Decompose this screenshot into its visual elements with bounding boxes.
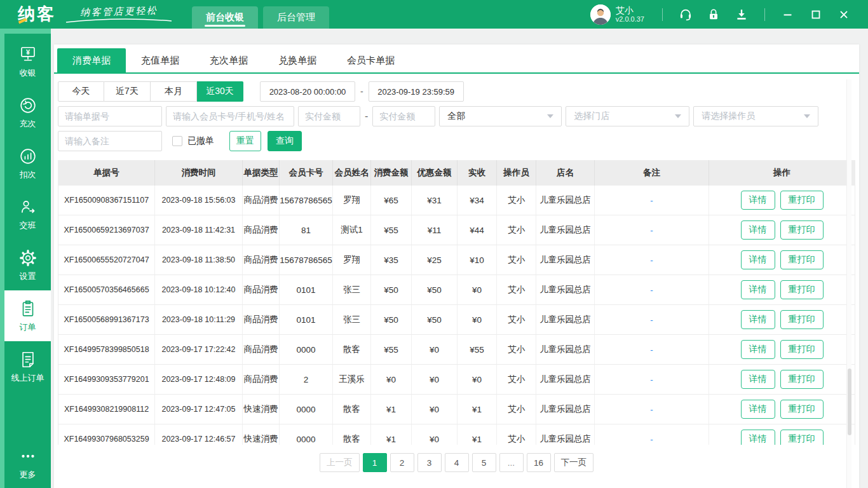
reprint-button[interactable]: 重打印 bbox=[780, 250, 824, 269]
quick-range-last-7-days[interactable]: 近7天 bbox=[104, 81, 151, 102]
cancelled-checkbox[interactable] bbox=[172, 136, 182, 146]
detail-button[interactable]: 详情 bbox=[741, 280, 775, 299]
sidebar-item-cashier[interactable]: ¥收银 bbox=[4, 36, 51, 87]
store-select[interactable]: 选择门店 bbox=[566, 106, 689, 126]
detail-button[interactable]: 详情 bbox=[741, 191, 775, 210]
reprint-button[interactable]: 重打印 bbox=[780, 191, 824, 210]
tab-recharge-times-orders[interactable]: 充次单据 bbox=[194, 48, 263, 72]
page-button-1[interactable]: 1 bbox=[363, 453, 387, 472]
cell-type: 商品消费 bbox=[243, 365, 280, 394]
page-button-16[interactable]: 16 bbox=[527, 453, 551, 472]
reprint-button[interactable]: 重打印 bbox=[780, 340, 824, 359]
paid-max-input[interactable] bbox=[372, 106, 435, 126]
search-button[interactable]: 查询 bbox=[268, 131, 302, 151]
tab-consume-orders[interactable]: 消费单据 bbox=[57, 48, 126, 72]
order-type-select[interactable]: 全部 bbox=[439, 106, 562, 126]
sidebar-item-online-orders[interactable]: 线上订单 bbox=[4, 341, 51, 392]
cell-card-no: 0000 bbox=[280, 335, 333, 364]
page-button-4[interactable]: 4 bbox=[445, 453, 469, 472]
reprint-button[interactable]: 重打印 bbox=[780, 430, 824, 445]
cell-type: 商品消费 bbox=[243, 335, 280, 364]
reprint-button[interactable]: 重打印 bbox=[780, 280, 824, 299]
cell-remark: - bbox=[595, 275, 709, 304]
order-no-input[interactable] bbox=[58, 106, 162, 126]
sidebar-item-settings[interactable]: 设置 bbox=[4, 240, 51, 290]
avatar bbox=[590, 4, 611, 25]
lock-icon[interactable] bbox=[707, 8, 721, 22]
sidebar-item-label: 交班 bbox=[20, 220, 36, 231]
maximize-button[interactable] bbox=[809, 8, 823, 22]
cell-time: 2023-09-18 15:56:03 bbox=[155, 186, 243, 215]
cell-card-no: 81 bbox=[280, 215, 333, 245]
page-ellipsis[interactable]: ... bbox=[499, 453, 524, 472]
paid-min-input[interactable] bbox=[298, 106, 360, 126]
sidebar-item-recharge-times[interactable]: 充次 bbox=[4, 87, 51, 138]
cell-order-no: XF16499578399850518 bbox=[58, 335, 155, 364]
cell-remark: - bbox=[595, 365, 709, 394]
cell-order-no: XF16500568991367173 bbox=[58, 305, 155, 334]
page-button-2[interactable]: 2 bbox=[390, 453, 414, 472]
prev-page-button[interactable]: 上一页 bbox=[320, 453, 360, 472]
date-range-separator: - bbox=[360, 86, 363, 97]
cell-store: 儿童乐园总店 bbox=[536, 215, 595, 245]
next-page-button[interactable]: 下一页 bbox=[554, 453, 594, 472]
cell-remark: - bbox=[595, 305, 709, 334]
detail-button[interactable]: 详情 bbox=[741, 310, 775, 329]
reset-button[interactable]: 重置 bbox=[229, 131, 261, 151]
nav-tab-backend-admin[interactable]: 后台管理 bbox=[263, 6, 329, 29]
cell-store: 儿童乐园总店 bbox=[536, 275, 595, 304]
table-row: XF164993079680532592023-09-17 12:46:57快速… bbox=[58, 424, 855, 445]
cell-time: 2023-09-18 11:42:31 bbox=[155, 215, 243, 245]
tab-exchange-orders[interactable]: 兑换单据 bbox=[263, 48, 332, 72]
tab-member-card-orders[interactable]: 会员卡单据 bbox=[332, 48, 410, 72]
page-button-5[interactable]: 5 bbox=[472, 453, 496, 472]
column-header: 消费时间 bbox=[155, 160, 243, 186]
nav-tab-front-cashier[interactable]: 前台收银 bbox=[192, 6, 258, 29]
sidebar-item-more[interactable]: 更多 bbox=[4, 444, 51, 483]
quick-range-this-month[interactable]: 本月 bbox=[151, 81, 197, 102]
close-button[interactable] bbox=[837, 8, 851, 22]
date-from-input[interactable] bbox=[260, 81, 355, 102]
page-button-3[interactable]: 3 bbox=[417, 453, 442, 472]
cell-member-name: 测试1 bbox=[333, 215, 371, 245]
minimize-button[interactable] bbox=[781, 8, 795, 22]
scrollbar-thumb[interactable] bbox=[848, 369, 851, 435]
cell-type: 快速消费 bbox=[243, 424, 280, 445]
more-icon bbox=[18, 447, 37, 466]
cell-time: 2023-09-17 17:22:42 bbox=[155, 335, 243, 364]
detail-button[interactable]: 详情 bbox=[741, 430, 775, 445]
cell-remark: - bbox=[595, 424, 709, 445]
cell-amount: ¥1 bbox=[371, 424, 412, 445]
cell-operator: 艾小 bbox=[497, 395, 536, 424]
reprint-button[interactable]: 重打印 bbox=[780, 370, 824, 389]
cell-time: 2023-09-18 11:38:50 bbox=[155, 245, 243, 274]
tab-recharge-orders[interactable]: 充值单据 bbox=[126, 48, 194, 72]
reprint-button[interactable]: 重打印 bbox=[780, 400, 824, 419]
user-block[interactable]: 艾小 v2.0.0.37 bbox=[590, 4, 644, 25]
quick-range-today[interactable]: 今天 bbox=[58, 81, 104, 102]
sidebar-item-orders[interactable]: 订单 bbox=[4, 290, 51, 341]
cell-store: 儿童乐园总店 bbox=[536, 395, 595, 424]
sidebar-item-shift-handover[interactable]: 交班 bbox=[4, 189, 51, 240]
detail-button[interactable]: 详情 bbox=[741, 220, 775, 240]
cell-amount: ¥65 bbox=[371, 186, 412, 215]
operator-select[interactable]: 请选择操作员 bbox=[693, 106, 818, 126]
detail-button[interactable]: 详情 bbox=[741, 400, 775, 419]
sidebar-item-deduct-times[interactable]: 扣次 bbox=[4, 138, 51, 189]
cell-actions: 详情重打印 bbox=[709, 245, 855, 274]
detail-button[interactable]: 详情 bbox=[741, 340, 775, 359]
remark-input[interactable] bbox=[58, 131, 162, 151]
cell-operator: 艾小 bbox=[497, 215, 536, 245]
download-icon[interactable] bbox=[735, 8, 749, 22]
cell-actions: 详情重打印 bbox=[709, 305, 855, 334]
customer-service-icon[interactable] bbox=[679, 8, 693, 22]
reprint-button[interactable]: 重打印 bbox=[780, 220, 824, 240]
detail-button[interactable]: 详情 bbox=[741, 250, 775, 269]
detail-button[interactable]: 详情 bbox=[741, 370, 775, 389]
quick-range-last-30-days[interactable]: 近30天 bbox=[197, 81, 243, 102]
reprint-button[interactable]: 重打印 bbox=[780, 310, 824, 329]
column-header: 会员卡号 bbox=[280, 160, 333, 186]
cell-member-name: 罗翔 bbox=[333, 186, 371, 215]
date-to-input[interactable] bbox=[369, 81, 464, 102]
member-search-input[interactable] bbox=[166, 106, 294, 126]
